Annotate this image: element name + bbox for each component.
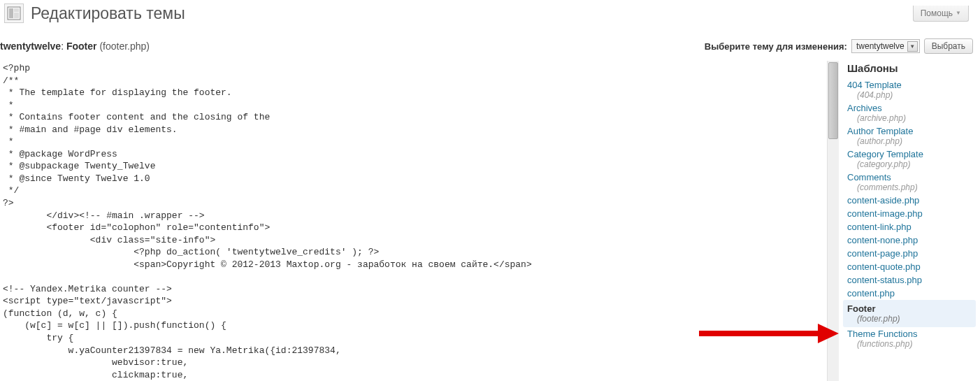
- chevron-down-icon: ▼: [907, 41, 918, 52]
- template-link[interactable]: content-quote.php: [847, 261, 921, 272]
- select-theme-button[interactable]: Выбрать: [924, 38, 973, 54]
- template-item: content-quote.php: [847, 260, 976, 273]
- template-item: content-image.php: [847, 207, 976, 220]
- template-link[interactable]: content.php: [847, 288, 895, 299]
- template-item: Theme Functions(functions.php): [847, 327, 976, 350]
- template-link[interactable]: content-link.php: [847, 222, 911, 232]
- theme-select-label: Выберите тему для изменения:: [705, 41, 847, 52]
- help-label: Помощь: [921, 8, 953, 18]
- template-item: content.php: [847, 287, 976, 300]
- template-item: 404 Template(404.php): [847, 78, 976, 101]
- template-filename: (author.php): [847, 136, 976, 146]
- theme-select-value: twentytwelve: [853, 41, 907, 52]
- template-item: content-none.php: [847, 233, 976, 247]
- template-item-active: Footer(footer.php): [843, 300, 976, 327]
- template-link[interactable]: Footer: [847, 303, 875, 314]
- template-item: content-aside.php: [847, 194, 976, 207]
- current-file-label: twentytwelve: Footer (footer.php): [0, 41, 150, 52]
- template-filename: (category.php): [847, 159, 976, 169]
- template-filename: (archive.php): [847, 113, 976, 123]
- svg-rect-2: [14, 8, 19, 12]
- svg-rect-1: [9, 8, 13, 18]
- template-filename: (functions.php): [847, 339, 976, 349]
- templates-heading: Шаблоны: [847, 62, 976, 74]
- template-link[interactable]: content-page.php: [847, 248, 918, 259]
- template-item: Category Template(category.php): [847, 148, 976, 171]
- template-link[interactable]: content-status.php: [847, 275, 922, 285]
- theme-select[interactable]: twentytwelve ▼: [851, 39, 920, 53]
- theme-editor-icon: [4, 3, 24, 23]
- template-filename: (comments.php): [847, 182, 976, 192]
- editor-scrollbar[interactable]: [827, 61, 839, 381]
- code-editor[interactable]: [0, 61, 825, 381]
- template-filename: (footer.php): [847, 314, 972, 324]
- page-title: Редактировать темы: [31, 3, 185, 23]
- template-item: content-page.php: [847, 247, 976, 260]
- template-link[interactable]: Theme Functions: [847, 329, 917, 339]
- template-item: Author Template(author.php): [847, 124, 976, 148]
- chevron-down-icon: ▼: [956, 10, 961, 16]
- template-link[interactable]: content-aside.php: [847, 195, 919, 206]
- template-link[interactable]: Archives: [847, 103, 882, 113]
- help-button[interactable]: Помощь ▼: [913, 6, 969, 22]
- template-filename: (404.php): [847, 90, 976, 100]
- template-item: content-link.php: [847, 220, 976, 233]
- template-link[interactable]: Author Template: [847, 126, 913, 136]
- templates-sidebar: Шаблоны 404 Template(404.php)Archives(ar…: [840, 61, 980, 381]
- template-link[interactable]: content-image.php: [847, 208, 923, 219]
- svg-rect-3: [14, 13, 19, 18]
- template-link[interactable]: Category Template: [847, 149, 923, 159]
- scrollbar-thumb[interactable]: [828, 62, 838, 139]
- template-item: Comments(comments.php): [847, 171, 976, 194]
- template-link[interactable]: Comments: [847, 172, 891, 182]
- template-link[interactable]: 404 Template: [847, 80, 902, 90]
- template-item: Archives(archive.php): [847, 101, 976, 124]
- template-item: content-status.php: [847, 273, 976, 287]
- template-link[interactable]: content-none.php: [847, 235, 918, 245]
